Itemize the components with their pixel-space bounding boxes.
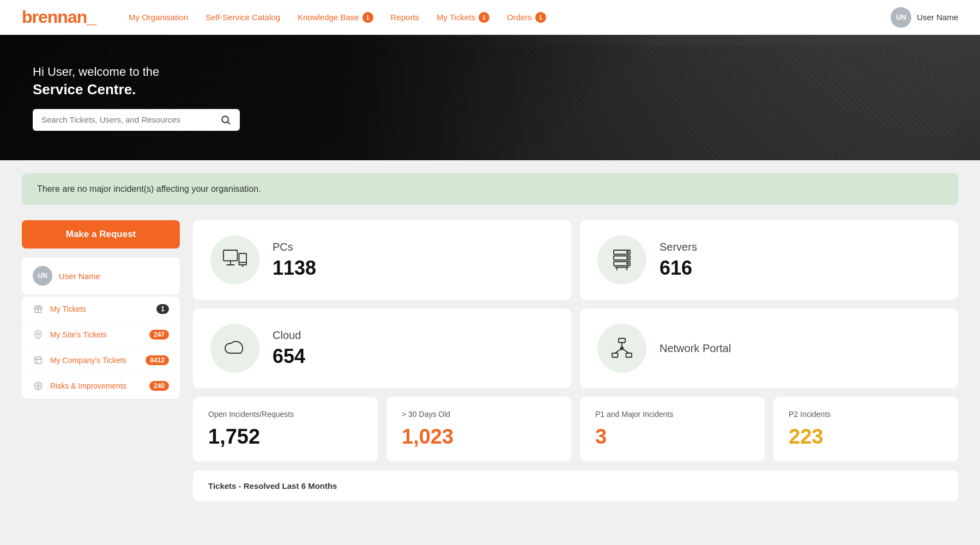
tile-network-info: Network Portal xyxy=(660,342,731,355)
bottom-card: Tickets - Resolved Last 6 Months xyxy=(193,470,958,501)
orders-badge: 1 xyxy=(535,12,546,23)
user-area: UN User Name xyxy=(891,7,958,28)
svg-rect-5 xyxy=(223,250,238,261)
tile-cloud-label: Cloud xyxy=(273,329,305,342)
svg-point-15 xyxy=(627,257,628,259)
location-icon xyxy=(33,330,44,339)
sidebar-my-tickets-badge: 1 xyxy=(156,304,169,314)
nav-self-service-catalog[interactable]: Self-Service Catalog xyxy=(205,13,280,22)
bottom-card-title: Tickets - Resolved Last 6 Months xyxy=(208,481,943,491)
stat-p1-value: 3 xyxy=(595,425,749,449)
sidebar-user-card: UN User Name xyxy=(22,257,180,294)
content-grid: Make a Request UN User Name My Tickets 1 xyxy=(22,220,958,501)
stat-open-value: 1,752 xyxy=(208,425,362,449)
sidebar-item-risks[interactable]: Risks & Improvements 240 xyxy=(22,373,180,398)
cloud-icon-bg xyxy=(210,324,259,373)
tile-cloud-info: Cloud 654 xyxy=(273,329,305,368)
tile-cloud[interactable]: Cloud 654 xyxy=(193,308,571,388)
network-icon-bg xyxy=(597,324,646,373)
stat-30-label: > 30 Days Old xyxy=(402,410,556,419)
knowledge-base-badge: 1 xyxy=(362,12,373,23)
stats-row: Open Incidents/Requests 1,752 > 30 Days … xyxy=(193,397,958,462)
brand-logo[interactable]: brennan_ xyxy=(22,7,96,27)
ticket-icon xyxy=(33,305,44,313)
stat-30-days: > 30 Days Old 1,023 xyxy=(386,397,571,462)
right-content: PCs 1138 xyxy=(193,220,958,501)
main-nav: My Organisation Self-Service Catalog Kno… xyxy=(129,12,891,23)
alert-message: There are no major incident(s) affecting… xyxy=(37,184,261,193)
tile-cloud-value: 654 xyxy=(273,345,305,368)
server-icon xyxy=(609,247,635,273)
tile-servers[interactable]: Servers 616 xyxy=(580,220,958,300)
sidebar-risks-label: Risks & Improvements xyxy=(50,382,149,390)
svg-rect-13 xyxy=(614,262,630,266)
sidebar-company-tickets-label: My Company's Tickets xyxy=(50,356,146,365)
nav-reports[interactable]: Reports xyxy=(391,13,420,22)
search-input[interactable] xyxy=(41,115,215,124)
stat-p1-incidents: P1 and Major Incidents 3 xyxy=(580,397,765,462)
gear-icon xyxy=(33,382,44,390)
search-icon xyxy=(220,114,231,125)
svg-rect-11 xyxy=(614,250,630,255)
tile-network-label: Network Portal xyxy=(660,342,731,355)
nav-orders[interactable]: Orders 1 xyxy=(507,12,546,23)
stat-30-value: 1,023 xyxy=(402,425,556,449)
svg-point-16 xyxy=(627,263,628,264)
header-avatar[interactable]: UN xyxy=(891,7,911,28)
svg-point-26 xyxy=(621,347,624,350)
my-tickets-badge: 1 xyxy=(479,12,489,23)
main-content: There are no major incident(s) affecting… xyxy=(0,160,980,514)
stat-p2-incidents: P2 Incidents 223 xyxy=(773,397,958,462)
hero-greeting: Hi User, welcome to the xyxy=(33,65,240,79)
pc-icon xyxy=(222,247,248,273)
tile-servers-label: Servers xyxy=(660,241,697,253)
sidebar-item-company-tickets[interactable]: My Company's Tickets 8412 xyxy=(22,348,180,373)
stat-p2-value: 223 xyxy=(789,425,943,449)
header: brennan_ My Organisation Self-Service Ca… xyxy=(0,0,980,35)
stat-p1-label: P1 and Major Incidents xyxy=(595,410,749,419)
tile-pcs-label: PCs xyxy=(273,241,316,253)
tile-servers-info: Servers 616 xyxy=(660,241,697,280)
sidebar-menu: My Tickets 1 My Site's Tickets 247 xyxy=(22,296,180,398)
hero-section: Hi User, welcome to the Service Centre. xyxy=(0,35,980,160)
network-icon xyxy=(609,335,635,361)
sidebar-risks-badge: 240 xyxy=(149,381,169,391)
search-button[interactable] xyxy=(220,114,231,125)
svg-rect-22 xyxy=(626,353,632,358)
cloud-icon xyxy=(222,335,248,361)
svg-point-2 xyxy=(37,333,39,335)
sidebar-item-site-tickets[interactable]: My Site's Tickets 247 xyxy=(22,322,180,348)
hero-title: Service Centre. xyxy=(33,81,240,98)
stat-p2-label: P2 Incidents xyxy=(789,410,943,419)
svg-point-4 xyxy=(37,385,39,387)
search-bar xyxy=(33,109,240,131)
nav-my-organisation[interactable]: My Organisation xyxy=(129,13,188,22)
nav-knowledge-base[interactable]: Knowledge Base 1 xyxy=(298,12,373,23)
hero-content: Hi User, welcome to the Service Centre. xyxy=(33,65,240,131)
sidebar-my-tickets-label: My Tickets xyxy=(50,305,156,313)
resource-tiles: PCs 1138 xyxy=(193,220,958,388)
alert-banner: There are no major incident(s) affecting… xyxy=(22,173,958,205)
sidebar: Make a Request UN User Name My Tickets 1 xyxy=(22,220,180,501)
sidebar-avatar: UN xyxy=(33,266,52,286)
sidebar-site-tickets-badge: 247 xyxy=(149,330,169,340)
tile-pcs-info: PCs 1138 xyxy=(273,241,316,280)
sidebar-item-my-tickets[interactable]: My Tickets 1 xyxy=(22,296,180,322)
tile-network[interactable]: Network Portal xyxy=(580,308,958,388)
tile-pcs-value: 1138 xyxy=(273,257,316,280)
svg-rect-20 xyxy=(619,338,625,343)
sidebar-site-tickets-label: My Site's Tickets xyxy=(50,330,149,339)
make-request-button[interactable]: Make a Request xyxy=(22,220,180,249)
tile-pcs[interactable]: PCs 1138 xyxy=(193,220,571,300)
sidebar-company-tickets-badge: 8412 xyxy=(146,355,169,365)
svg-rect-8 xyxy=(239,253,247,265)
svg-line-1 xyxy=(228,122,230,124)
svg-rect-3 xyxy=(35,357,41,364)
tile-servers-value: 616 xyxy=(660,257,697,280)
header-username: User Name xyxy=(917,13,958,22)
svg-rect-12 xyxy=(614,256,630,261)
stat-open-incidents: Open Incidents/Requests 1,752 xyxy=(193,397,378,462)
company-icon xyxy=(33,356,44,365)
nav-my-tickets[interactable]: My Tickets 1 xyxy=(437,12,489,23)
svg-rect-21 xyxy=(612,353,618,358)
